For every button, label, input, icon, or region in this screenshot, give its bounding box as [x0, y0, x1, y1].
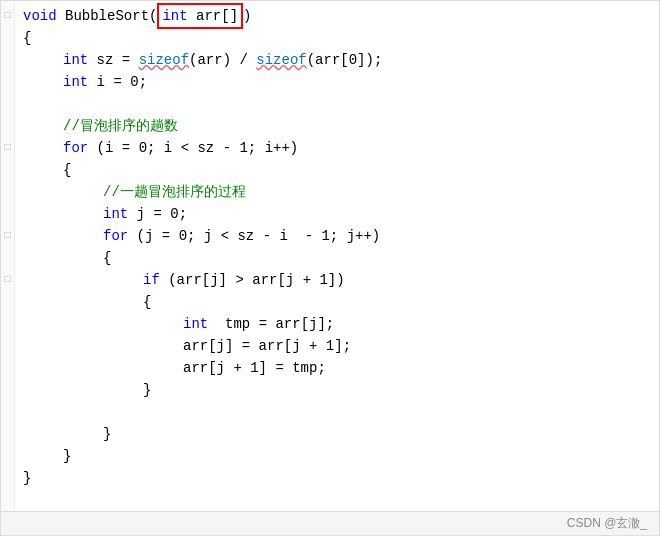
fold-marker-1[interactable]: □ [4, 5, 10, 27]
code-line-16: arr[j] = arr[j + 1]; [23, 335, 659, 357]
brace-close-1: } [23, 467, 31, 489]
code-line-9: //一趟冒泡排序的过程 [23, 181, 659, 203]
code-line-5 [23, 93, 659, 115]
code-text-3: sz = [88, 49, 138, 71]
param-name: arr[] [196, 5, 238, 27]
brace-open-4: { [143, 291, 151, 313]
keyword-for-2: for [103, 225, 128, 247]
code-line-21: } [23, 445, 659, 467]
code-line-13: if (arr[j] > arr[j + 1]) [23, 269, 659, 291]
code-text-7: (i = 0; i < sz - 1; i++) [88, 137, 298, 159]
brace-open-3: { [103, 247, 111, 269]
param-highlight: int arr[] [157, 3, 243, 29]
brace-open-1: { [23, 27, 31, 49]
code-line-3: int sz = sizeof (arr) / sizeof (arr[0]); [23, 49, 659, 71]
type-int-3: int [103, 203, 128, 225]
code-line-6: //冒泡排序的趟数 [23, 115, 659, 137]
code-line-11: for (j = 0; j < sz - i - 1; j++) [23, 225, 659, 247]
code-text-15: tmp = arr[j]; [208, 313, 334, 335]
code-text-3b: (arr) / [189, 49, 256, 71]
code-line-12: { [23, 247, 659, 269]
code-area: □ □ □ □ void [1, 1, 659, 511]
fold-gutter[interactable]: □ □ □ □ [1, 1, 15, 511]
brace-close-3: } [103, 423, 111, 445]
fold-marker-13[interactable]: □ [4, 269, 10, 291]
sizeof-2: sizeof [256, 49, 306, 71]
keyword-for-1: for [63, 137, 88, 159]
sizeof-1: sizeof [139, 49, 189, 71]
paren-close: ) [243, 5, 251, 27]
code-text-4: i = 0; [88, 71, 147, 93]
code-line-7: for (i = 0; i < sz - 1; i++) [23, 137, 659, 159]
keyword-if: if [143, 269, 160, 291]
footer-bar: CSDN @玄澈_ [1, 511, 659, 535]
brace-close-2: } [63, 445, 71, 467]
brace-open-2: { [63, 159, 71, 181]
type-int-2: int [63, 71, 88, 93]
space [57, 5, 65, 27]
param-space [188, 5, 196, 27]
editor-container: □ □ □ □ void [0, 0, 660, 536]
param-type: int [162, 5, 187, 27]
code-text-16: arr[j] = arr[j + 1]; [183, 335, 351, 357]
code-line-18: } [23, 379, 659, 401]
code-line-8: { [23, 159, 659, 181]
footer-text: CSDN @玄澈_ [567, 515, 647, 532]
code-line-14: { [23, 291, 659, 313]
type-int-1: int [63, 49, 88, 71]
keyword-void: void [23, 5, 57, 27]
code-line-1: void BubbleSort ( int arr[] ) [23, 5, 659, 27]
code-line-2: { [23, 27, 659, 49]
code-line-15: int tmp = arr[j]; [23, 313, 659, 335]
function-name: BubbleSort [65, 5, 149, 27]
code-text-11: (j = 0; j < sz - i - 1; j++) [128, 225, 380, 247]
comment-1: //冒泡排序的趟数 [63, 115, 178, 137]
code-text-13: (arr[j] > arr[j + 1]) [160, 269, 345, 291]
code-text-3c: (arr[0]); [307, 49, 383, 71]
code-line-22: } [23, 467, 659, 489]
code-line-20: } [23, 423, 659, 445]
comment-2: //一趟冒泡排序的过程 [103, 181, 246, 203]
code-line-10: int j = 0; [23, 203, 659, 225]
code-text-17: arr[j + 1] = tmp; [183, 357, 326, 379]
code-text-10: j = 0; [128, 203, 187, 225]
brace-close-4: } [143, 379, 151, 401]
code-line-17: arr[j + 1] = tmp; [23, 357, 659, 379]
code-lines: void BubbleSort ( int arr[] ) { int sz [15, 1, 659, 511]
code-line-4: int i = 0; [23, 71, 659, 93]
fold-marker-11[interactable]: □ [4, 225, 10, 247]
code-line-19 [23, 401, 659, 423]
paren-open: ( [149, 5, 157, 27]
fold-marker-7[interactable]: □ [4, 137, 10, 159]
type-int-4: int [183, 313, 208, 335]
